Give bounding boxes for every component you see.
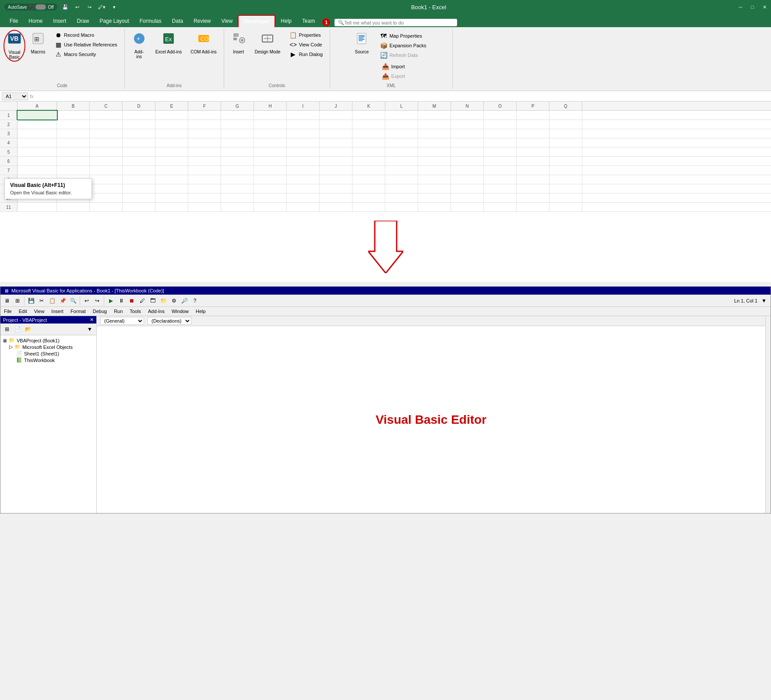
vba-code-content[interactable]: Visual Basic Editor: [97, 326, 765, 513]
cell-I7[interactable]: [287, 166, 320, 175]
tab-draw[interactable]: Draw: [71, 15, 94, 27]
cell-O11[interactable]: [484, 203, 517, 211]
cell-P4[interactable]: [517, 138, 549, 147]
cell-P10[interactable]: [517, 193, 549, 202]
cell-G1[interactable]: [221, 111, 254, 120]
redo-icon[interactable]: ↪: [85, 3, 94, 11]
row-header-6[interactable]: 6: [0, 157, 18, 165]
cell-J3[interactable]: [320, 129, 352, 138]
declarations-dropdown[interactable]: (Declarations): [148, 317, 191, 325]
cell-Q11[interactable]: [549, 203, 582, 211]
cell-N3[interactable]: [451, 129, 484, 138]
cell-B7[interactable]: [57, 166, 90, 175]
cell-C9[interactable]: [90, 184, 123, 193]
vba-design-btn[interactable]: 🖊: [137, 296, 147, 306]
vba-find-btn[interactable]: 🔍: [68, 296, 78, 306]
com-addins-button[interactable]: COM COM Add-ins: [187, 30, 220, 56]
vba-scrollbar[interactable]: [765, 316, 771, 513]
cell-K2[interactable]: [352, 120, 385, 129]
cell-N6[interactable]: [451, 157, 484, 165]
cell-M11[interactable]: [418, 203, 451, 211]
cell-I6[interactable]: [287, 157, 320, 165]
cell-C2[interactable]: [90, 120, 123, 129]
cell-M9[interactable]: [418, 184, 451, 193]
vba-userform-btn[interactable]: 🗔: [148, 296, 158, 306]
cell-M6[interactable]: [418, 157, 451, 165]
refresh-data-button[interactable]: 🔄 Refresh Data: [378, 51, 428, 60]
cell-O7[interactable]: [484, 166, 517, 175]
cell-F10[interactable]: [188, 193, 221, 202]
cell-Q1[interactable]: [549, 111, 582, 120]
general-dropdown[interactable]: (General): [100, 317, 144, 325]
cell-A6[interactable]: [18, 157, 57, 165]
vba-menu-run[interactable]: Run: [110, 308, 126, 315]
cell-I11[interactable]: [287, 203, 320, 211]
view-code-button[interactable]: <> View Code: [288, 40, 324, 49]
vba-props-btn[interactable]: ⚙: [169, 296, 179, 306]
cell-M4[interactable]: [418, 138, 451, 147]
cell-B5[interactable]: [57, 148, 90, 156]
cell-O9[interactable]: [484, 184, 517, 193]
cell-N1[interactable]: [451, 111, 484, 120]
cell-L4[interactable]: [385, 138, 418, 147]
cell-C6[interactable]: [90, 157, 123, 165]
cell-K7[interactable]: [352, 166, 385, 175]
cell-A3[interactable]: [18, 129, 57, 138]
cell-Q10[interactable]: [549, 193, 582, 202]
cell-N5[interactable]: [451, 148, 484, 156]
cell-L1[interactable]: [385, 111, 418, 120]
cell-H10[interactable]: [254, 193, 287, 202]
cell-A5[interactable]: [18, 148, 57, 156]
cell-F6[interactable]: [188, 157, 221, 165]
view-object-btn[interactable]: ⊞: [2, 324, 12, 334]
insert-control-button[interactable]: Insert: [228, 30, 250, 56]
cell-P2[interactable]: [517, 120, 549, 129]
row-header-7[interactable]: 7: [0, 166, 18, 175]
map-properties-button[interactable]: 🗺 Map Properties: [378, 32, 428, 40]
cell-I3[interactable]: [287, 129, 320, 138]
cell-L11[interactable]: [385, 203, 418, 211]
autosave-switch[interactable]: [35, 4, 46, 10]
cell-F2[interactable]: [188, 120, 221, 129]
col-header-p[interactable]: P: [517, 102, 549, 110]
cell-C4[interactable]: [90, 138, 123, 147]
cell-D5[interactable]: [123, 148, 155, 156]
tab-formulas[interactable]: Formulas: [134, 15, 167, 27]
cell-J5[interactable]: [320, 148, 352, 156]
vba-scroll-btn[interactable]: ▼: [759, 296, 769, 306]
vba-copy-btn[interactable]: 📋: [47, 296, 57, 306]
cell-J1[interactable]: [320, 111, 352, 120]
cell-O5[interactable]: [484, 148, 517, 156]
tab-page-layout[interactable]: Page Layout: [94, 15, 134, 27]
macro-security-button[interactable]: ⚠ Macro Security: [53, 50, 119, 59]
cell-N11[interactable]: [451, 203, 484, 211]
cell-G3[interactable]: [221, 129, 254, 138]
col-header-q[interactable]: Q: [549, 102, 582, 110]
vba-menu-help[interactable]: Help: [192, 308, 209, 315]
vba-menu-file[interactable]: File: [0, 308, 15, 315]
cell-L10[interactable]: [385, 193, 418, 202]
cell-H8[interactable]: [254, 175, 287, 184]
cell-Q9[interactable]: [549, 184, 582, 193]
cell-K8[interactable]: [352, 175, 385, 184]
cell-B3[interactable]: [57, 129, 90, 138]
cell-G6[interactable]: [221, 157, 254, 165]
cell-E2[interactable]: [155, 120, 188, 129]
cell-H9[interactable]: [254, 184, 287, 193]
panel-close-icon[interactable]: ✕: [90, 317, 94, 323]
cell-O4[interactable]: [484, 138, 517, 147]
cell-K4[interactable]: [352, 138, 385, 147]
vba-undo-btn[interactable]: ↩: [82, 296, 92, 306]
vba-paste-btn[interactable]: 📌: [58, 296, 67, 306]
cell-M2[interactable]: [418, 120, 451, 129]
cell-O2[interactable]: [484, 120, 517, 129]
design-mode-button[interactable]: Design Mode: [251, 30, 284, 56]
vba-menu-insert[interactable]: Insert: [48, 308, 67, 315]
cell-M1[interactable]: [418, 111, 451, 120]
vba-grid-btn[interactable]: ⊞: [13, 296, 22, 306]
view-code-panel-btn[interactable]: 📄: [13, 324, 22, 334]
cell-G10[interactable]: [221, 193, 254, 202]
cell-L5[interactable]: [385, 148, 418, 156]
col-header-m[interactable]: M: [418, 102, 451, 110]
col-header-o[interactable]: O: [484, 102, 517, 110]
